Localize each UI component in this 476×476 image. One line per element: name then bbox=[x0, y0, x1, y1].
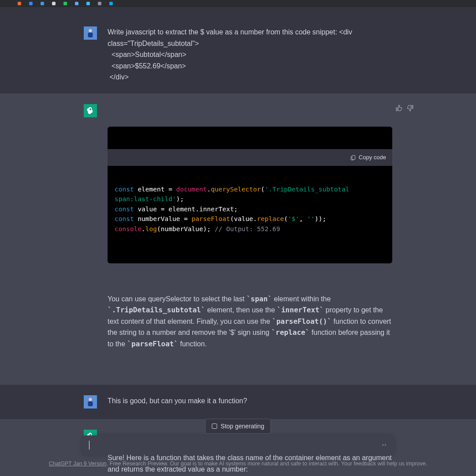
tab-icon bbox=[29, 2, 33, 5]
tab-icon bbox=[98, 2, 101, 5]
message-row-user: This is good, but can you make it a func… bbox=[0, 385, 476, 419]
svg-point-3 bbox=[89, 398, 92, 401]
message-row-user: Write javascript to extract the $ value … bbox=[0, 16, 476, 94]
stop-icon bbox=[212, 424, 217, 429]
feedback-buttons bbox=[395, 104, 414, 112]
svg-rect-1 bbox=[88, 33, 93, 37]
assistant-avatar bbox=[84, 104, 97, 117]
svg-rect-2 bbox=[352, 156, 355, 160]
stop-generating-button[interactable]: Stop generating bbox=[205, 419, 271, 434]
version-link[interactable]: ChatGPT Jan 9 Version bbox=[49, 461, 107, 467]
user-avatar bbox=[84, 26, 97, 40]
conversation-thread: Write javascript to extract the $ value … bbox=[0, 7, 476, 476]
tab-icon bbox=[18, 2, 21, 5]
assistant-explanation: You can use querySelector to select the … bbox=[108, 293, 392, 350]
footer-text: . Free Research Preview. Our goal is to … bbox=[107, 461, 427, 467]
send-icon[interactable]: •• bbox=[382, 442, 387, 449]
message-input-container[interactable]: •• bbox=[82, 435, 394, 455]
svg-point-0 bbox=[89, 29, 92, 32]
user-message-text: Write javascript to extract the $ value … bbox=[108, 26, 392, 83]
tab-icon bbox=[86, 2, 90, 5]
message-row-assistant: Copy code const element = document.query… bbox=[0, 94, 476, 385]
tab-icon bbox=[41, 2, 44, 5]
browser-tab-strip bbox=[0, 0, 476, 7]
tab-icon bbox=[109, 2, 113, 5]
code-block: Copy code const element = document.query… bbox=[108, 127, 392, 263]
code-content: const element = document.querySelector('… bbox=[108, 177, 392, 241]
clipboard-icon bbox=[350, 154, 356, 161]
assistant-message: Copy code const element = document.query… bbox=[108, 104, 392, 374]
thumbs-down-icon[interactable] bbox=[406, 104, 414, 112]
user-message-text: This is good, but can you make it a func… bbox=[108, 395, 392, 409]
message-input[interactable] bbox=[89, 441, 382, 449]
tab-icon bbox=[63, 2, 67, 5]
svg-rect-4 bbox=[88, 401, 93, 406]
user-avatar bbox=[84, 395, 97, 409]
tab-icon bbox=[75, 2, 78, 5]
thumbs-up-icon[interactable] bbox=[395, 104, 403, 112]
tab-icon bbox=[52, 2, 56, 5]
footer-disclaimer: ChatGPT Jan 9 Version. Free Research Pre… bbox=[0, 459, 476, 468]
stop-generating-label: Stop generating bbox=[221, 423, 264, 430]
copy-code-button[interactable]: Copy code bbox=[350, 153, 386, 162]
copy-code-label: Copy code bbox=[359, 153, 386, 162]
code-header: Copy code bbox=[108, 149, 392, 166]
